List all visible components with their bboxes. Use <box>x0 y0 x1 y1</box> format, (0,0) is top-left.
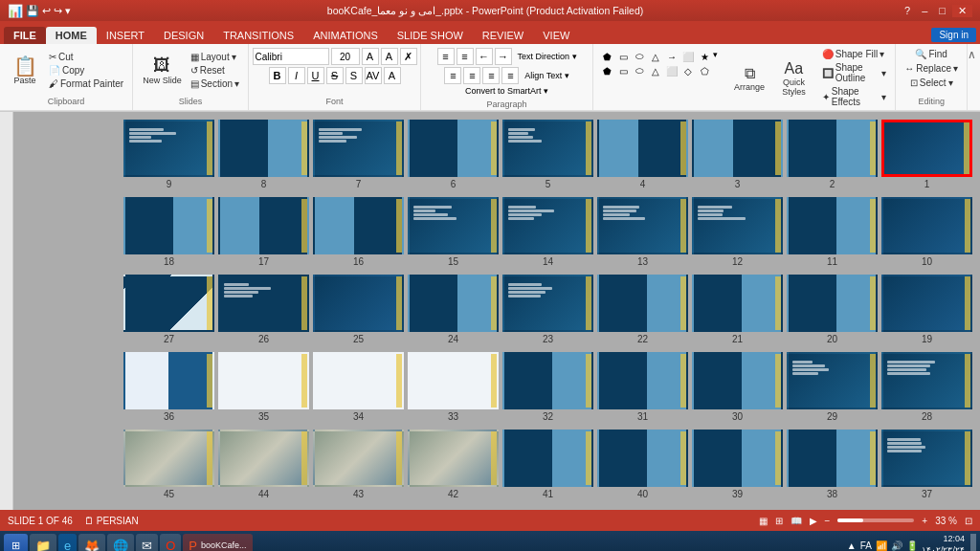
save-btn[interactable]: 💾 <box>26 5 39 17</box>
font-size-down[interactable]: A <box>381 48 398 65</box>
chrome-task[interactable]: 🌐 <box>107 534 134 551</box>
slide-thumb-26[interactable]: 26 <box>218 275 309 344</box>
fit-page-btn[interactable]: ⊡ <box>965 516 972 526</box>
slide-thumb-15[interactable]: 15 <box>408 197 499 267</box>
lang-indicator[interactable]: FA <box>860 540 872 551</box>
redo-btn[interactable]: ↪ <box>54 5 62 17</box>
bold-btn[interactable]: B <box>269 67 286 84</box>
find-button[interactable]: 🔍 Find <box>912 48 949 60</box>
align-text-btn[interactable]: Align Text ▾ <box>524 71 568 80</box>
slide-thumb-11[interactable]: 11 <box>787 197 878 267</box>
font-name-input[interactable] <box>253 48 329 65</box>
shape-effects-btn[interactable]: ✦ Shape Effects ▾ <box>819 85 890 108</box>
slide-thumb-28[interactable]: 28 <box>881 352 972 422</box>
firefox-task[interactable]: 🦊 <box>78 534 105 551</box>
zoom-out-btn[interactable]: − <box>825 516 831 526</box>
slide-thumb-4[interactable]: 4 <box>597 120 688 189</box>
slide-thumb-31[interactable]: 31 <box>597 352 688 422</box>
slide-thumb-40[interactable]: 40 <box>597 430 688 499</box>
view-normal-btn[interactable]: ▦ <box>759 516 768 526</box>
shape-oval[interactable]: ⬭ <box>632 50 647 63</box>
shape-2[interactable]: ⬟ <box>599 64 614 77</box>
ribbon-collapse-btn[interactable]: ∧ <box>968 44 980 110</box>
slide-thumb-3[interactable]: 3 <box>692 120 783 189</box>
format-painter-button[interactable]: 🖌 Format Painter <box>46 77 126 90</box>
clock[interactable]: 12:04 ۱۴۰۲/۲۳/۲۴ <box>922 534 965 551</box>
slide-thumb-32[interactable]: 32 <box>502 352 593 422</box>
slide-thumb-41[interactable]: 41 <box>502 430 593 499</box>
shape-line[interactable]: ⬟ <box>599 50 614 63</box>
maximize-btn[interactable]: □ <box>934 5 950 17</box>
quick-styles-btn[interactable]: Aa Quick Styles <box>770 58 817 99</box>
slide-thumb-25[interactable]: 25 <box>313 275 404 344</box>
font-color-btn[interactable]: A <box>384 67 401 84</box>
slide-thumb-22[interactable]: 22 <box>597 275 688 344</box>
numbered-btn[interactable]: ≡ <box>457 48 474 65</box>
font-size-input[interactable] <box>331 48 360 65</box>
slide-thumb-6[interactable]: 6 <box>408 120 499 189</box>
replace-button[interactable]: ↔ Replace ▾ <box>902 62 961 75</box>
slide-thumb-35[interactable]: 35 <box>218 352 309 422</box>
shape-rect[interactable]: ▭ <box>615 50 631 63</box>
align-center[interactable]: ≡ <box>463 67 480 84</box>
layout-button[interactable]: ▦ Layout ▾ <box>188 51 242 63</box>
slide-thumb-45[interactable]: 45 <box>123 430 214 499</box>
convert-smartart-btn[interactable]: Convert to SmartArt ▾ <box>465 86 548 96</box>
text-direction-btn[interactable]: Text Direction ▾ <box>518 52 577 61</box>
minimize-btn[interactable]: – <box>917 5 932 17</box>
slide-thumb-36[interactable]: 36 <box>123 352 214 422</box>
slide-thumb-16[interactable]: 16 <box>313 197 404 267</box>
align-right[interactable]: ≡ <box>482 67 500 84</box>
shape-arrow[interactable]: → <box>664 50 679 63</box>
spacing-btn[interactable]: AV <box>365 67 382 84</box>
tab-transitions[interactable]: TRANSITIONS <box>213 27 303 44</box>
tab-slideshow[interactable]: SLIDE SHOW <box>388 27 473 44</box>
decrease-indent[interactable]: ← <box>476 48 493 65</box>
shape-outline-btn[interactable]: 🔲 Shape Outline ▾ <box>819 61 890 84</box>
italic-btn[interactable]: I <box>288 67 305 84</box>
shape-callout[interactable]: ⬜ <box>680 50 696 63</box>
opera-task[interactable]: O <box>160 534 181 551</box>
tab-design[interactable]: DESIGN <box>154 27 213 44</box>
underline-btn[interactable]: U <box>307 67 324 84</box>
slide-thumb-8[interactable]: 8 <box>218 120 309 189</box>
browser-task[interactable]: e <box>58 534 77 551</box>
tab-file[interactable]: FILE <box>4 27 46 44</box>
slide-thumb-21[interactable]: 21 <box>692 275 783 344</box>
slide-thumb-13[interactable]: 13 <box>597 197 688 267</box>
new-slide-button[interactable]: 🖼 New Slide <box>139 54 186 87</box>
start-button[interactable]: ⊞ <box>4 534 28 551</box>
slide-thumb-44[interactable]: 44 <box>218 430 309 499</box>
font-size-up[interactable]: A <box>362 48 379 65</box>
slide-thumb-5[interactable]: 5 <box>502 120 593 189</box>
slide-thumb-7[interactable]: 7 <box>313 120 404 189</box>
align-left[interactable]: ≡ <box>444 67 461 84</box>
slide-thumb-14[interactable]: 14 <box>502 197 593 267</box>
cut-button[interactable]: ✂ Cut <box>46 51 126 63</box>
view-slide-sorter-btn[interactable]: ⊞ <box>775 516 783 526</box>
shape-fill-btn[interactable]: 🔴 Shape Fill ▾ <box>819 48 890 60</box>
powerpoint-task[interactable]: P booKCafe... <box>183 534 252 551</box>
slide-thumb-23[interactable]: 23 <box>502 275 593 344</box>
email-task[interactable]: ✉ <box>136 534 158 551</box>
arrange-btn[interactable]: ⧉ Arrange <box>730 63 768 94</box>
slide-thumb-33[interactable]: 33 <box>408 352 499 422</box>
shape-7[interactable]: ◇ <box>680 64 696 77</box>
sign-in-button[interactable]: Sign in <box>931 28 976 42</box>
slide-thumb-10[interactable]: 10 <box>881 197 972 267</box>
file-explorer-task[interactable]: 📁 <box>30 534 56 551</box>
tab-animations[interactable]: ANIMATIONS <box>303 27 388 44</box>
shape-4[interactable]: ⬭ <box>632 64 647 77</box>
slide-thumb-1[interactable]: 1 <box>881 120 972 189</box>
tab-view[interactable]: VIEW <box>533 27 579 44</box>
shape-tri[interactable]: △ <box>648 50 663 63</box>
slide-thumb-18[interactable]: 18 <box>123 197 214 267</box>
slide-thumb-37[interactable]: 37 <box>881 430 972 499</box>
slide-thumb-39[interactable]: 39 <box>692 430 783 499</box>
shape-8[interactable]: ⬠ <box>697 64 712 77</box>
slide-thumb-20[interactable]: 20 <box>787 275 878 344</box>
bullets-btn[interactable]: ≡ <box>437 48 455 65</box>
slide-thumb-2[interactable]: 2 <box>787 120 878 189</box>
slides-panel[interactable]: 1234567891011121314151617181920212223242… <box>13 112 980 510</box>
zoom-in-btn[interactable]: + <box>922 516 927 526</box>
